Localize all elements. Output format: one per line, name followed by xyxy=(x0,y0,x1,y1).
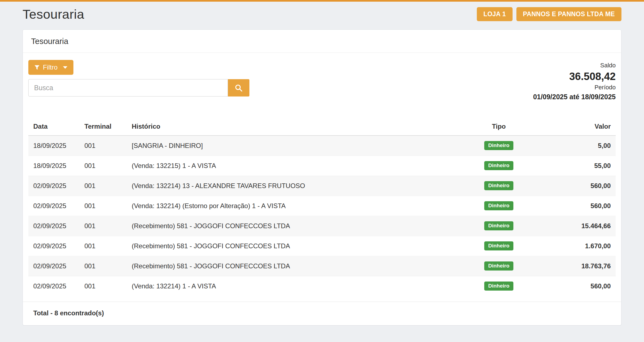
cell-tipo: Dinheiro xyxy=(467,236,530,256)
cell-tipo: Dinheiro xyxy=(467,256,530,276)
cell-terminal: 001 xyxy=(79,196,127,216)
store-button[interactable]: LOJA 1 xyxy=(477,7,512,21)
company-button[interactable]: PANNOS E PANNOS LTDA ME xyxy=(516,7,621,21)
cell-data: 18/09/2025 xyxy=(28,156,79,176)
page-title: Tesouraria xyxy=(23,7,84,22)
filter-button-label: Filtro xyxy=(43,64,57,71)
cell-tipo: Dinheiro xyxy=(467,176,530,196)
table-row[interactable]: 02/09/2025 001 (Recebimento) 581 - JOGGO… xyxy=(28,216,616,236)
cell-historico: (Recebimento) 581 - JOGGOFI CONFECCOES L… xyxy=(127,256,467,276)
cell-historico: [SANGRIA - DINHEIRO] xyxy=(127,136,467,156)
cell-historico: (Venda: 132215) 1 - A VISTA xyxy=(127,156,467,176)
cell-tipo: Dinheiro xyxy=(467,196,530,216)
cell-data: 02/09/2025 xyxy=(28,216,79,236)
saldo-label: Saldo xyxy=(533,61,616,70)
saldo-value: 36.508,42 xyxy=(533,70,616,83)
tipo-badge: Dinheiro xyxy=(484,261,513,271)
cell-valor: 18.763,76 xyxy=(530,256,616,276)
tipo-badge: Dinheiro xyxy=(484,141,513,150)
cell-terminal: 001 xyxy=(79,176,127,196)
search-button[interactable] xyxy=(228,79,249,96)
search-input[interactable] xyxy=(28,79,228,96)
search-icon xyxy=(235,84,243,92)
header-data: Data xyxy=(28,119,79,136)
cell-data: 02/09/2025 xyxy=(28,256,79,276)
cell-valor: 15.464,66 xyxy=(530,216,616,236)
periodo-label: Período xyxy=(533,83,616,92)
summary-panel: Saldo 36.508,42 Período 01/09/2025 até 1… xyxy=(533,60,616,102)
cell-tipo: Dinheiro xyxy=(467,136,530,156)
tipo-badge: Dinheiro xyxy=(484,181,513,190)
table-row[interactable]: 02/09/2025 001 (Venda: 132214) 13 - ALEX… xyxy=(28,176,616,196)
header-buttons: LOJA 1 PANNOS E PANNOS LTDA ME xyxy=(477,7,621,21)
total-count: Total - 8 encontrado(s) xyxy=(23,302,621,325)
cell-tipo: Dinheiro xyxy=(467,276,530,296)
cell-valor: 560,00 xyxy=(530,176,616,196)
cell-terminal: 001 xyxy=(79,156,127,176)
table-row[interactable]: 02/09/2025 001 (Recebimento) 581 - JOGGO… xyxy=(28,236,616,256)
cell-data: 02/09/2025 xyxy=(28,236,79,256)
page: Tesouraria LOJA 1 PANNOS E PANNOS LTDA M… xyxy=(0,2,644,326)
cell-terminal: 001 xyxy=(79,236,127,256)
table-row[interactable]: 02/09/2025 001 (Venda: 132214) 1 - A VIS… xyxy=(28,276,616,296)
page-header: Tesouraria LOJA 1 PANNOS E PANNOS LTDA M… xyxy=(23,2,621,22)
cell-valor: 560,00 xyxy=(530,276,616,296)
tipo-badge: Dinheiro xyxy=(484,221,513,230)
header-historico: Histórico xyxy=(127,119,467,136)
cell-terminal: 001 xyxy=(79,276,127,296)
cell-valor: 1.670,00 xyxy=(530,236,616,256)
cell-historico: (Recebimento) 581 - JOGGOFI CONFECCOES L… xyxy=(127,216,467,236)
search-group xyxy=(28,79,249,96)
card-title: Tesouraria xyxy=(23,30,621,53)
cell-historico: (Venda: 132214) 1 - A VISTA xyxy=(127,276,467,296)
cell-terminal: 001 xyxy=(79,216,127,236)
table-header: Data Terminal Histórico Tipo Valor xyxy=(28,119,616,136)
cell-data: 02/09/2025 xyxy=(28,176,79,196)
cell-valor: 5,00 xyxy=(530,136,616,156)
cell-historico: (Recebimento) 581 - JOGGOFI CONFECCOES L… xyxy=(127,236,467,256)
transactions-table: Data Terminal Histórico Tipo Valor 18/09… xyxy=(28,119,616,296)
table-row[interactable]: 02/09/2025 001 (Recebimento) 581 - JOGGO… xyxy=(28,256,616,276)
cell-historico: (Venda: 132214) (Estorno por Alteração) … xyxy=(127,196,467,216)
filter-icon xyxy=(34,65,40,70)
header-terminal: Terminal xyxy=(79,119,127,136)
periodo-value: 01/09/2025 até 18/09/2025 xyxy=(533,92,616,102)
tesouraria-card: Tesouraria Filtro xyxy=(23,29,621,326)
filter-button[interactable]: Filtro xyxy=(28,60,73,75)
cell-tipo: Dinheiro xyxy=(467,216,530,236)
cell-data: 02/09/2025 xyxy=(28,276,79,296)
tipo-badge: Dinheiro xyxy=(484,282,513,291)
tipo-badge: Dinheiro xyxy=(484,241,513,250)
header-tipo: Tipo xyxy=(467,119,530,136)
cell-historico: (Venda: 132214) 13 - ALEXANDRE TAVARES F… xyxy=(127,176,467,196)
cell-terminal: 001 xyxy=(79,136,127,156)
header-valor: Valor xyxy=(530,119,616,136)
filter-controls: Filtro xyxy=(28,60,249,96)
tipo-badge: Dinheiro xyxy=(484,161,513,170)
table-row[interactable]: 18/09/2025 001 [SANGRIA - DINHEIRO] Dinh… xyxy=(28,136,616,156)
cell-data: 18/09/2025 xyxy=(28,136,79,156)
filter-row: Filtro xyxy=(28,60,616,102)
cell-data: 02/09/2025 xyxy=(28,196,79,216)
card-body: Filtro xyxy=(23,53,621,325)
tipo-badge: Dinheiro xyxy=(484,201,513,210)
table-row[interactable]: 02/09/2025 001 (Venda: 132214) (Estorno … xyxy=(28,196,616,216)
cell-valor: 560,00 xyxy=(530,196,616,216)
chevron-down-icon xyxy=(63,66,67,69)
table-body: 18/09/2025 001 [SANGRIA - DINHEIRO] Dinh… xyxy=(28,136,616,296)
cell-tipo: Dinheiro xyxy=(467,156,530,176)
cell-terminal: 001 xyxy=(79,256,127,276)
cell-valor: 55,00 xyxy=(530,156,616,176)
table-row[interactable]: 18/09/2025 001 (Venda: 132215) 1 - A VIS… xyxy=(28,156,616,176)
